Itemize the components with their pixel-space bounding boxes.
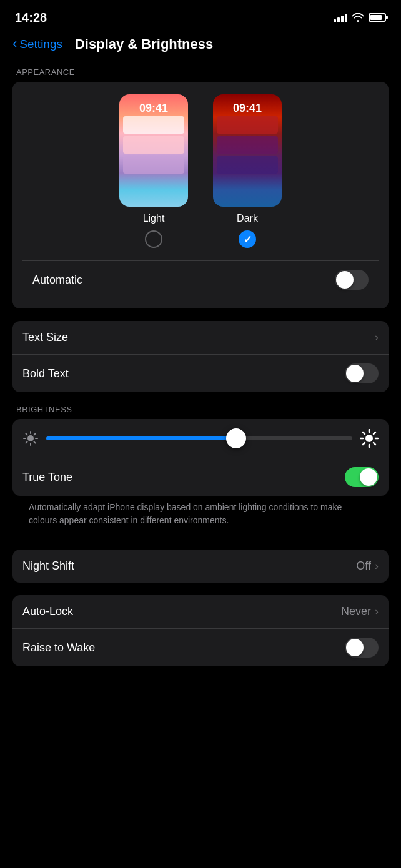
night-shift-label: Night Shift xyxy=(22,560,74,573)
svg-line-7 xyxy=(34,434,36,435)
svg-line-16 xyxy=(374,432,375,434)
auto-lock-right: Never › xyxy=(341,605,379,618)
bold-text-toggle-thumb xyxy=(346,365,364,382)
true-tone-description: Automatically adapt iPhone display based… xyxy=(12,496,389,537)
svg-line-14 xyxy=(363,432,365,434)
brightness-dim-icon xyxy=(22,430,39,446)
back-chevron-icon: ‹ xyxy=(12,37,17,51)
raise-to-wake-toggle-thumb xyxy=(346,639,364,656)
battery-icon xyxy=(369,13,386,22)
brightness-section-label: BRIGHTNESS xyxy=(12,405,389,414)
svg-line-15 xyxy=(374,443,375,445)
text-size-chevron-icon: › xyxy=(375,331,379,344)
nav-bar: ‹ Settings Display & Brightness xyxy=(0,31,401,62)
appearance-section: APPEARANCE 09:41 Light xyxy=(12,67,389,308)
svg-line-5 xyxy=(26,434,27,435)
night-shift-right: Off › xyxy=(356,560,379,573)
bold-text-row: Bold Text xyxy=(12,355,389,392)
dark-phone-time: 09:41 xyxy=(213,102,282,115)
true-tone-row: True Tone xyxy=(12,458,389,496)
status-time: 14:28 xyxy=(15,11,47,25)
bold-text-label: Bold Text xyxy=(22,367,69,380)
light-phone-preview: 09:41 xyxy=(119,94,188,207)
night-shift-row[interactable]: Night Shift Off › xyxy=(12,550,389,583)
night-shift-card: Night Shift Off › xyxy=(12,550,389,583)
brightness-bright-icon xyxy=(360,429,379,448)
text-size-right: › xyxy=(375,331,379,344)
svg-line-8 xyxy=(26,442,27,443)
brightness-slider-row xyxy=(12,419,389,458)
signal-icon xyxy=(334,12,347,22)
light-theme-option[interactable]: 09:41 Light xyxy=(119,94,188,248)
automatic-toggle-row: Automatic xyxy=(22,261,379,298)
status-icons xyxy=(334,12,386,22)
night-shift-section: Night Shift Off › xyxy=(12,550,389,583)
text-size-label: Text Size xyxy=(22,331,68,344)
back-label: Settings xyxy=(19,37,62,51)
status-bar: 14:28 xyxy=(0,0,401,31)
automatic-toggle[interactable] xyxy=(335,270,369,290)
auto-lock-card: Auto-Lock Never › Raise to Wake xyxy=(12,595,389,666)
appearance-section-label: APPEARANCE xyxy=(12,67,389,77)
raise-to-wake-row: Raise to Wake xyxy=(12,629,389,666)
auto-lock-value: Never xyxy=(341,605,371,618)
wifi-icon xyxy=(352,13,364,22)
true-tone-label: True Tone xyxy=(22,471,72,484)
svg-line-6 xyxy=(34,442,36,443)
night-shift-value: Off xyxy=(356,560,371,573)
svg-line-17 xyxy=(363,443,365,445)
dark-phone-preview: 09:41 xyxy=(213,94,282,207)
text-section: Text Size › Bold Text xyxy=(12,321,389,392)
brightness-slider-thumb[interactable] xyxy=(226,428,246,448)
raise-to-wake-toggle[interactable] xyxy=(345,638,379,658)
auto-lock-chevron-icon: › xyxy=(375,605,379,618)
svg-point-9 xyxy=(365,435,373,442)
light-theme-radio[interactable] xyxy=(145,230,162,248)
brightness-slider-track[interactable] xyxy=(46,436,352,440)
page-title: Display & Brightness xyxy=(75,36,213,52)
light-phone-time: 09:41 xyxy=(119,102,188,115)
light-theme-label: Light xyxy=(143,213,165,224)
theme-options: 09:41 Light 09:41 xyxy=(22,94,379,248)
auto-lock-label: Auto-Lock xyxy=(22,605,73,618)
text-card: Text Size › Bold Text xyxy=(12,321,389,392)
svg-point-0 xyxy=(27,435,34,441)
text-size-row[interactable]: Text Size › xyxy=(12,321,389,354)
check-icon: ✓ xyxy=(244,234,252,245)
automatic-label: Automatic xyxy=(32,274,82,287)
back-button[interactable]: ‹ Settings xyxy=(12,37,62,51)
raise-to-wake-label: Raise to Wake xyxy=(22,641,95,654)
brightness-slider-fill xyxy=(46,436,236,440)
dark-theme-option[interactable]: 09:41 Dark ✓ xyxy=(213,94,282,248)
dark-theme-radio[interactable]: ✓ xyxy=(239,230,256,248)
automatic-toggle-thumb xyxy=(336,271,354,289)
appearance-card: 09:41 Light 09:41 xyxy=(12,82,389,308)
brightness-section: BRIGHTNESS xyxy=(12,405,389,537)
true-tone-toggle-thumb xyxy=(360,468,377,486)
auto-lock-row[interactable]: Auto-Lock Never › xyxy=(12,595,389,628)
bold-text-toggle[interactable] xyxy=(345,363,379,383)
brightness-card: True Tone xyxy=(12,419,389,496)
night-shift-chevron-icon: › xyxy=(375,560,379,573)
true-tone-toggle[interactable] xyxy=(345,467,379,487)
dark-theme-label: Dark xyxy=(237,213,258,224)
auto-lock-section: Auto-Lock Never › Raise to Wake xyxy=(12,595,389,666)
